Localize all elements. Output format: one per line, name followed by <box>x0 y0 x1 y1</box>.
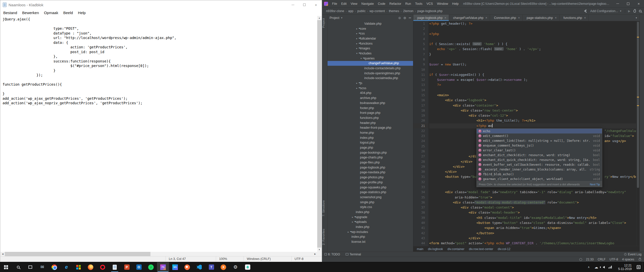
task-view-button[interactable] <box>24 262 36 272</box>
menu-item-navigate[interactable]: Navigate <box>359 2 376 6</box>
locate-icon[interactable] <box>398 17 401 19</box>
project-tree-item[interactable]: archive.php <box>328 95 413 100</box>
tray-chevron-up-icon[interactable]: ∧ <box>585 262 592 272</box>
scrollbar-thumb[interactable] <box>317 20 321 248</box>
project-tree-item[interactable]: style.css <box>328 205 413 210</box>
scroll-right-icon[interactable]: ▶ <box>313 252 317 256</box>
vertical-scrollbar[interactable]: ▲ ▼ <box>317 16 321 252</box>
minimize-button[interactable] <box>612 0 623 7</box>
project-tree-item[interactable]: 404.php <box>328 91 413 96</box>
xampp-taskbar-button[interactable]: X <box>217 262 229 272</box>
project-tree-item[interactable]: ▾queries <box>328 56 413 61</box>
project-tree-item[interactable]: include-openingtimes.php <box>328 71 413 76</box>
next-tip-link[interactable]: Next Tip <box>590 183 600 186</box>
project-tree-item[interactable]: page-logbook.php <box>328 165 413 170</box>
breadcrumb-item[interactable]: div.row.text-center <box>469 247 493 251</box>
menu-item-opmaak[interactable]: Opmaak <box>42 11 61 15</box>
chevron-right-icon[interactable]: ▸ <box>355 47 358 50</box>
chrome-taskbar-button[interactable] <box>48 262 60 272</box>
project-tree-item[interactable]: ▸images <box>328 46 413 51</box>
autocomplete-item[interactable]: fevent_buffer_set_callback(bevent: resou… <box>477 162 602 167</box>
project-tree-item[interactable]: ▸uploads <box>328 220 413 225</box>
event-log-button[interactable]: Event Log <box>624 253 641 256</box>
gear-icon[interactable]: ⚙ <box>403 16 406 20</box>
action-center-button[interactable] <box>635 262 642 272</box>
chevron-right-icon[interactable]: ▸ <box>355 82 358 84</box>
project-tree-item[interactable]: page-charts.php <box>328 155 413 160</box>
teams-taskbar-button[interactable]: T <box>205 262 217 272</box>
breadcrumb-item[interactable]: wp-content <box>370 9 385 13</box>
lock-icon[interactable] <box>639 259 641 260</box>
project-tree-item[interactable]: page-bookings.php <box>328 150 413 155</box>
project-tree-item[interactable]: include-socialmedia.php <box>328 76 413 81</box>
tab-Connection.php[interactable]: Connection.php× <box>490 15 523 21</box>
autocomplete-item[interactable]: ffbird_blob_echo()void <box>477 172 602 177</box>
scroll-left-icon[interactable]: ◀ <box>1 252 5 256</box>
menu-item-beeld[interactable]: Beeld <box>61 11 75 15</box>
autocomplete-item[interactable]: f_excerpt_render_inner_columns_blocks(co… <box>477 167 602 172</box>
project-tree-item[interactable]: ▸functions <box>328 41 413 46</box>
menu-item-bestand[interactable]: Bestand <box>1 11 20 15</box>
autocomplete-item[interactable]: fedit_comment()void <box>477 133 602 138</box>
project-tree-item[interactable]: index.php <box>328 135 413 140</box>
menu-item-bewerken[interactable]: Bewerken <box>20 11 42 15</box>
chevron-right-icon[interactable]: ▸ <box>355 87 358 89</box>
status-item[interactable]: 4 spaces <box>622 258 634 261</box>
project-tree-item[interactable]: index.php <box>328 234 413 240</box>
tab-changeFuelValue.php[interactable]: changeFuelValue.php× <box>449 15 490 21</box>
status-item[interactable]: CRLF <box>598 258 606 261</box>
hide-panel-icon[interactable] <box>409 18 411 18</box>
vscode-taskbar-button[interactable] <box>193 262 205 272</box>
tool-stripe-structure[interactable]: 7: Structure <box>322 200 328 216</box>
status-item[interactable]: 21:33 <box>586 258 594 261</box>
close-icon[interactable]: × <box>555 16 557 20</box>
autocomplete-item[interactable]: ferror_clear_last()void <box>477 148 602 153</box>
tray-volume-icon[interactable] <box>600 262 608 272</box>
chevron-right-icon[interactable]: ▸ <box>351 216 354 218</box>
chevron-right-icon[interactable]: ▸ <box>351 221 354 223</box>
project-tree-item[interactable]: ▸upgrade <box>328 215 413 220</box>
project-tree-item[interactable]: ▸css <box>328 31 413 36</box>
tab-functions.php[interactable]: functions.php× <box>559 15 589 21</box>
build-hammer-icon[interactable] <box>584 9 587 13</box>
project-tree-item[interactable]: home.php <box>328 130 413 135</box>
close-button[interactable]: × <box>310 0 322 9</box>
project-panel-header[interactable]: Project ▼ ⚙ <box>328 15 413 21</box>
menu-item-code[interactable]: Code <box>376 2 387 6</box>
tool-stripe-project[interactable]: Project <box>322 18 328 28</box>
search-icon[interactable] <box>639 10 641 12</box>
project-tree-item[interactable]: logout.php <box>328 140 413 145</box>
chevron-down-icon[interactable]: ▾ <box>359 57 363 60</box>
add-configuration-button[interactable]: Add Configuration... ▼ <box>590 9 622 13</box>
breadcrumb-item[interactable]: 2lemon <box>403 9 413 13</box>
menu-item-file[interactable]: File <box>330 2 339 6</box>
project-tree-item[interactable]: index.php <box>328 224 413 229</box>
project-tree-item[interactable]: single.php <box>328 200 413 205</box>
start-button[interactable] <box>0 262 12 272</box>
minimize-button[interactable] <box>287 0 299 9</box>
close-button[interactable]: × <box>633 0 644 7</box>
project-tree-item[interactable]: changeFuelValue.php <box>328 61 413 66</box>
project-tree-item[interactable]: ▾includes <box>328 51 413 56</box>
mail-taskbar-button[interactable]: ✉ <box>36 262 48 272</box>
tool-stripe-favorites[interactable]: 2: Favorites <box>322 229 328 245</box>
chevron-down-icon[interactable]: ▾ <box>355 52 358 55</box>
notepad-text-area[interactable]: jQuery.ajax({ type:"POST", dataType : "j… <box>1 16 321 252</box>
scrollbar-thumb[interactable] <box>5 252 150 256</box>
run-icon[interactable]: ▶ <box>628 9 630 13</box>
maximize-button[interactable] <box>623 0 633 7</box>
breadcrumb-item[interactable]: n939sr-clone <box>326 9 344 13</box>
breadcrumb-item[interactable]: div.col-12 <box>498 247 510 251</box>
spotify-taskbar-button[interactable]: ♪ <box>145 262 157 272</box>
powerpoint-taskbar-button[interactable]: P <box>121 262 133 272</box>
horizontal-scrollbar[interactable]: ◀ ▶ <box>1 252 317 256</box>
search-button[interactable] <box>12 262 24 272</box>
project-tree-item[interactable]: header.php <box>328 120 413 125</box>
postman-taskbar-button[interactable] <box>181 262 193 272</box>
autocomplete-item[interactable]: fenchant_dict_check(dict: resource, word… <box>477 153 602 157</box>
breadcrumb-item[interactable]: div.container <box>448 247 464 251</box>
firefox-taskbar-button[interactable] <box>85 262 97 272</box>
menu-item-run[interactable]: Run <box>403 2 413 6</box>
local-taskbar-button[interactable] <box>242 262 254 272</box>
menu-item-view[interactable]: View <box>349 2 359 6</box>
